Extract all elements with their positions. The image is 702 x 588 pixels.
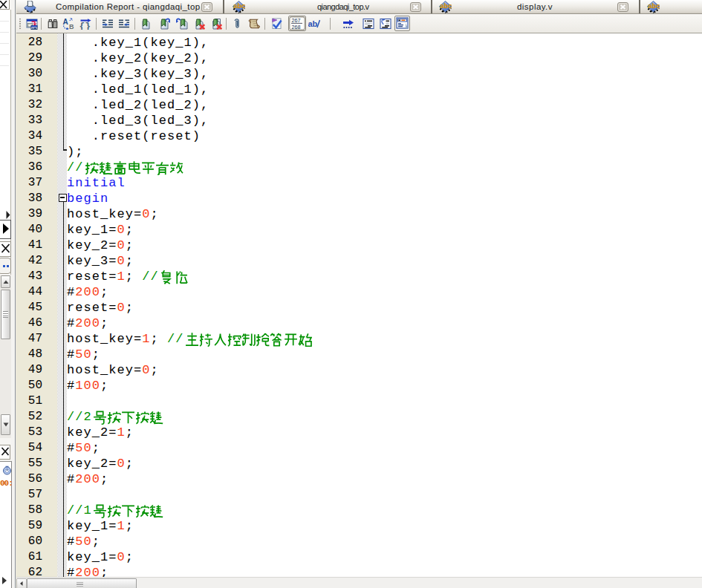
svg-text:268: 268: [291, 24, 300, 30]
svg-text:abc: abc: [233, 1, 245, 10]
svg-text:B: B: [69, 23, 74, 30]
svg-text:{}: {}: [79, 21, 91, 30]
svg-text:abc: abc: [648, 1, 660, 10]
svg-text:A: A: [62, 18, 68, 26]
svg-text:ab: ab: [308, 19, 318, 28]
svg-text:abc: abc: [440, 1, 452, 10]
